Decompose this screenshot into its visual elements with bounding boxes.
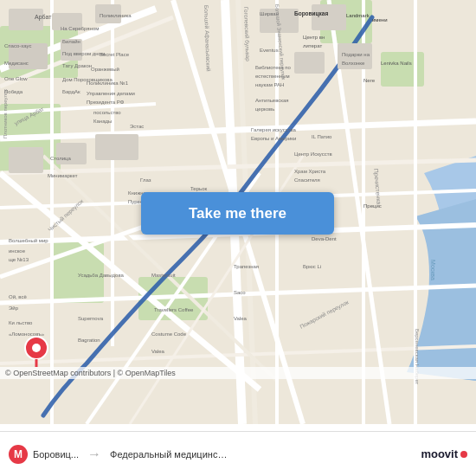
- svg-text:Спасителя: Спасителя: [294, 177, 320, 183]
- take-me-there-button[interactable]: Take me there: [141, 192, 334, 235]
- svg-text:Канады: Канады: [93, 119, 112, 124]
- svg-text:Европы и Америки: Европы и Америки: [251, 136, 296, 141]
- moovit-dot: [460, 451, 467, 458]
- svg-text:Боровицкая: Боровицкая: [294, 10, 328, 17]
- svg-text:Плотников переулок: Плотников переулок: [3, 89, 8, 138]
- svg-text:Deva-Dent: Deva-Dent: [312, 236, 337, 241]
- route-arrow: →: [87, 447, 101, 462]
- metro-icon: M: [9, 445, 28, 464]
- svg-text:Спасо-хаус: Спасо-хаус: [4, 43, 31, 48]
- svg-text:Тату Дракон: Тату Дракон: [62, 63, 92, 68]
- svg-text:IL Патио: IL Патио: [312, 134, 332, 139]
- svg-text:Ой, всё: Ой, всё: [9, 294, 27, 299]
- origin-pin: [24, 336, 48, 370]
- take-me-there-label: Take me there: [189, 205, 286, 222]
- svg-text:Москва: Москва: [430, 260, 436, 280]
- to-station-name: Федеральный медицинский исследо...: [110, 449, 231, 460]
- svg-text:имени: имени: [372, 17, 387, 23]
- svg-text:наукам РАН: наукам РАН: [255, 82, 284, 87]
- svg-text:Президента РФ: Президента РФ: [87, 100, 125, 105]
- svg-text:Минимаркет: Минимаркет: [48, 173, 78, 178]
- svg-text:Галерея искусства: Галерея искусства: [251, 127, 297, 132]
- svg-text:Eventus: Eventus: [260, 48, 279, 53]
- svg-text:Терьок: Терьок: [190, 186, 207, 191]
- svg-text:Nere: Nere: [363, 78, 376, 83]
- svg-text:посольство: посольство: [93, 110, 121, 115]
- svg-text:Secret Place: Secret Place: [100, 52, 130, 57]
- svg-text:Храм Христа: Храм Христа: [294, 169, 326, 174]
- svg-text:Supernova: Supernova: [78, 316, 104, 321]
- svg-text:Landmark: Landmark: [346, 13, 370, 18]
- svg-text:Билайн: Билайн: [62, 39, 80, 44]
- svg-text:Центр вн: Центр вн: [303, 35, 325, 40]
- svg-text:церковь: церковь: [255, 106, 274, 112]
- svg-text:Travellers Coffee: Travellers Coffee: [154, 307, 194, 312]
- svg-text:Под ввером дном: Под ввером дном: [62, 51, 105, 56]
- svg-text:Эстас: Эстас: [130, 124, 144, 129]
- svg-text:БардАк: БардАк: [62, 89, 80, 94]
- svg-text:Антипьевская: Антипьевская: [255, 98, 289, 103]
- svg-text:На Серебряном: На Серебряном: [61, 26, 99, 31]
- svg-rect-16: [312, 4, 346, 30]
- from-station-name: Боровиц...: [33, 449, 79, 460]
- route-info: M Боровиц... → Федеральный медицинский и…: [9, 445, 421, 464]
- bottom-navigation-bar: M Боровиц... → Федеральный медицинский и…: [0, 431, 476, 476]
- svg-rect-13: [56, 143, 87, 164]
- svg-text:Bagration: Bagration: [78, 338, 100, 343]
- svg-text:Волшебный мир: Волшебный мир: [9, 238, 48, 243]
- svg-text:Арбат: Арбат: [35, 14, 52, 21]
- svg-rect-17: [294, 52, 325, 74]
- svg-rect-4: [381, 52, 424, 87]
- svg-text:Ки  льство: Ки льство: [9, 320, 33, 325]
- svg-text:Оранжевый: Оранжевый: [91, 67, 119, 72]
- svg-text:Поликлиника: Поликлиника: [100, 13, 132, 18]
- svg-text:Управления делами: Управления делами: [87, 91, 135, 96]
- svg-point-106: [32, 344, 41, 352]
- svg-text:Центр Искусств: Центр Искусств: [294, 151, 332, 157]
- svg-text:One Glow: One Glow: [4, 76, 28, 81]
- svg-text:Mastersuit: Mastersuit: [151, 273, 176, 278]
- svg-text:Поликлиника №1: Поликлиника №1: [87, 80, 129, 86]
- svg-text:Подарки на: Подарки на: [342, 52, 370, 57]
- svg-text:Эйр: Эйр: [9, 306, 19, 311]
- moovit-text: moovit: [421, 447, 458, 460]
- svg-text:Волхонке: Волхонке: [342, 61, 365, 66]
- map-attribution: © OpenStreetMap contributors | © OpenMap…: [0, 367, 476, 379]
- svg-text:Трапезная: Трапезная: [234, 264, 259, 269]
- svg-text:Брюс Li: Брюс Li: [303, 264, 321, 269]
- svg-text:Усадьба Давыдова: Усадьба Давыдова: [78, 273, 125, 278]
- svg-text:Valea: Valea: [151, 349, 165, 354]
- svg-text:Lenivka Nails: Lenivka Nails: [381, 61, 412, 66]
- svg-rect-12: [9, 147, 43, 173]
- map-container: Арбат Спасо-хаус Медисанс One Glow Побед…: [0, 0, 476, 424]
- svg-text:ще №13: ще №13: [9, 257, 29, 262]
- svg-rect-14: [95, 134, 138, 160]
- svg-text:Столица: Столица: [50, 156, 72, 161]
- svg-text:Valea: Valea: [234, 316, 248, 321]
- svg-text:Costume Code: Costume Code: [151, 331, 187, 337]
- moovit-logo: moovit: [421, 447, 467, 460]
- svg-text:литерат: литерат: [303, 43, 322, 48]
- svg-text:Медисанс: Медисанс: [4, 61, 29, 66]
- svg-text:инское: инское: [9, 248, 26, 254]
- svg-text:Глаз: Глаз: [140, 177, 151, 183]
- svg-text:Saco: Saco: [234, 290, 246, 295]
